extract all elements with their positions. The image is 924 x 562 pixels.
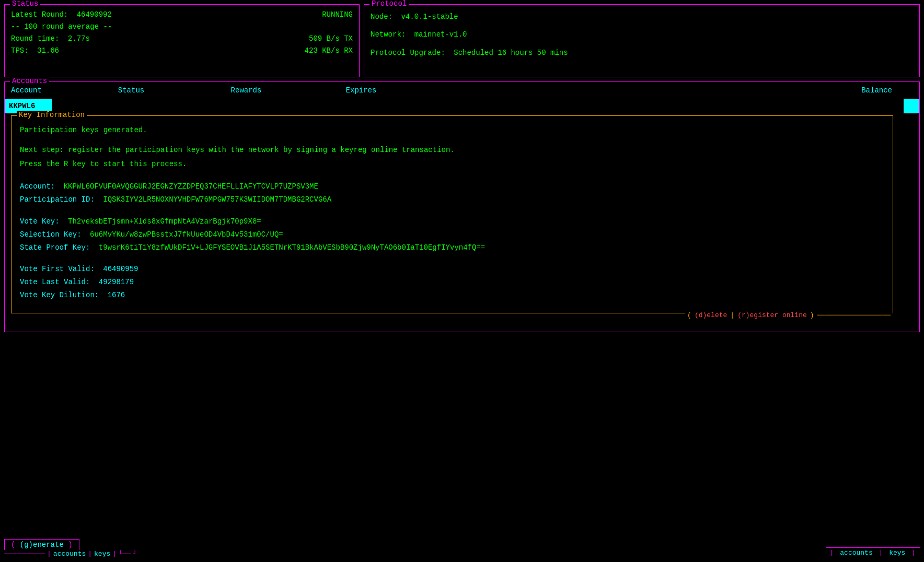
participation-id-label: Participation ID: bbox=[20, 195, 95, 204]
account-balance-indicator bbox=[904, 99, 919, 113]
accounts-panel-title: Accounts bbox=[10, 77, 49, 85]
account-key-value: KKPWL6OFVUF0AVQGGURJ2EGNZYZZDPEQ37CHEFLL… bbox=[64, 182, 318, 191]
bottom-nav-left: ────────── | accounts | keys | └── ┘ bbox=[4, 550, 137, 558]
state-proof-line: State Proof Key: t9wsrK6tiT1Y8zfWUkDF1V+… bbox=[20, 241, 884, 254]
running-badge: RUNNING bbox=[322, 9, 353, 20]
avg-label: -- 100 round average -- bbox=[11, 22, 353, 31]
protocol-upgrade: Protocol Upgrade: Scheduled 16 hours 50 … bbox=[371, 47, 913, 58]
nav-accounts-right[interactable]: accounts bbox=[840, 549, 872, 557]
bottom-right: | accounts | keys | bbox=[826, 547, 920, 558]
top-row: Status Latest Round: 46490992 RUNNING --… bbox=[4, 4, 920, 77]
status-panel-title: Status bbox=[10, 0, 40, 8]
main-container: Status Latest Round: 46490992 RUNNING --… bbox=[0, 0, 924, 562]
col-account: Account bbox=[11, 86, 74, 95]
key-info-box: Key Information Participation keys gener… bbox=[11, 115, 893, 313]
status-panel: Status Latest Round: 46490992 RUNNING --… bbox=[4, 4, 360, 77]
nav-keys-left[interactable]: keys bbox=[94, 550, 110, 558]
protocol-node: Node: v4.0.1-stable bbox=[371, 11, 913, 22]
selection-key-label: Selection Key: bbox=[20, 230, 82, 239]
protocol-network: Network: mainnet-v1.0 bbox=[371, 29, 913, 40]
round-time: Round time: 2.77s bbox=[11, 33, 90, 44]
next-step-line2: Press the R key to start this process. bbox=[20, 158, 884, 170]
vote-dilution-label: Vote Key Dilution: bbox=[20, 291, 99, 299]
col-expires: Expires bbox=[304, 86, 419, 95]
generate-box: ( (g)enerate ) bbox=[4, 539, 79, 550]
vote-last-line: Vote Last Valid: 49298179 bbox=[20, 276, 884, 289]
vote-key-value: Th2veksbETjsmn+Xlds8xGfmpNtA4VzarBgjk70p… bbox=[68, 217, 261, 226]
accounts-panel: Accounts Account Status Rewards Expires … bbox=[4, 81, 920, 332]
status-line-tps: TPS: 31.66 423 KB/s RX bbox=[11, 45, 353, 56]
account-row: KKPWL6 Key Information Participation key… bbox=[5, 99, 919, 313]
key-actions: ( (d)elete | (r)egister online ) ───────… bbox=[685, 311, 893, 319]
tx-label: 509 B/s TX bbox=[309, 33, 353, 44]
protocol-panel-title: Protocol bbox=[369, 0, 409, 8]
account-line: Account: KKPWL6OFVUF0AVQGGURJ2EGNZYZZDPE… bbox=[20, 180, 884, 193]
vote-dilution-line: Vote Key Dilution: 1676 bbox=[20, 289, 884, 302]
col-status: Status bbox=[74, 86, 189, 95]
latest-round-label: Latest Round: 46490992 bbox=[11, 9, 112, 20]
nav-accounts-left[interactable]: accounts bbox=[53, 550, 86, 558]
vote-first-line: Vote First Valid: 46490959 bbox=[20, 263, 884, 276]
vote-last-label: Vote Last Valid: bbox=[20, 278, 90, 286]
key-info-title: Key Information bbox=[17, 111, 87, 119]
accounts-header: Account Status Rewards Expires Balance bbox=[5, 82, 919, 99]
action-register[interactable]: (r)egister online bbox=[737, 311, 807, 319]
vote-dilution-value: 1676 bbox=[108, 291, 125, 299]
status-line-roundtime: Round time: 2.77s 509 B/s TX bbox=[11, 33, 353, 44]
selection-key-line: Selection Key: 6u6MvYKu/w8zwPBsstxJ7fkUu… bbox=[20, 228, 884, 241]
tps: TPS: 31.66 bbox=[11, 45, 59, 56]
vote-key-line: Vote Key: Th2veksbETjsmn+Xlds8xGfmpNtA4V… bbox=[20, 215, 884, 228]
account-key-label: Account: bbox=[20, 182, 55, 191]
vote-key-label: Vote Key: bbox=[20, 217, 60, 226]
vote-first-value: 46490959 bbox=[103, 265, 138, 273]
action-delete[interactable]: (d)elete bbox=[695, 311, 727, 319]
key-success-msg: Participation keys generated. bbox=[20, 124, 884, 136]
state-proof-label: State Proof Key: bbox=[20, 243, 90, 252]
participation-id-value: IQSK3IYV2LR5NOXNYVHDFW76MPGW757K3WIIDOM7… bbox=[103, 195, 331, 204]
vote-last-value: 49298179 bbox=[99, 278, 134, 286]
protocol-panel: Protocol Node: v4.0.1-stable Network: ma… bbox=[364, 4, 920, 77]
participation-id-line: Participation ID: IQSK3IYV2LR5NOXNYVHDFW… bbox=[20, 193, 884, 206]
nav-keys-right[interactable]: keys bbox=[889, 549, 905, 557]
status-line-round: Latest Round: 46490992 RUNNING bbox=[11, 9, 353, 20]
bottom-bar: ( (g)enerate ) ────────── | accounts | k… bbox=[4, 539, 920, 558]
next-step-line1: Next step: register the participation ke… bbox=[20, 144, 884, 156]
col-balance: Balance bbox=[419, 86, 913, 95]
state-proof-value: t9wsrK6tiT1Y8zfWUkDF1V+LJGFYSEOVB1JiA5SE… bbox=[99, 243, 485, 252]
col-rewards: Rewards bbox=[189, 86, 304, 95]
generate-label[interactable]: (g)enerate bbox=[20, 541, 64, 549]
selection-key-value: 6u6MvYKu/w8zwPBsstxJ7fkUueOD4VbD4v531m0C… bbox=[90, 230, 283, 239]
rx-label: 423 KB/s RX bbox=[305, 45, 353, 56]
bottom-nav-right: | accounts | keys | bbox=[826, 547, 920, 558]
vote-first-label: Vote First Valid: bbox=[20, 265, 95, 273]
bottom-left: ( (g)enerate ) ────────── | accounts | k… bbox=[4, 539, 137, 558]
